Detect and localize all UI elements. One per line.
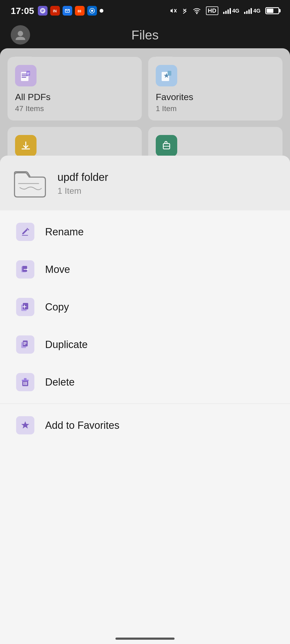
signal1-icon: 4G [223, 8, 240, 14]
svg-rect-29 [22, 380, 29, 381]
header: Files [0, 21, 290, 48]
bottom-sheet: updf folder 1 Item Rename [0, 156, 290, 644]
battery-icon [265, 7, 279, 14]
delete-icon [16, 373, 34, 391]
wifi-icon [193, 7, 201, 14]
page-title: Files [131, 28, 158, 42]
svg-point-5 [91, 10, 93, 12]
home-indicator [115, 638, 175, 640]
sheet-folder-count: 1 Item [57, 186, 108, 196]
star-icon [16, 416, 34, 434]
svg-marker-34 [21, 421, 29, 429]
move-label: Move [45, 264, 70, 275]
svg-rect-14 [168, 71, 171, 76]
menu-item-duplicate[interactable]: Duplicate [0, 326, 290, 363]
svg-rect-22 [23, 303, 28, 309]
mute-icon [169, 7, 177, 14]
app-icon-1 [38, 6, 48, 16]
duplicate-label: Duplicate [45, 339, 88, 350]
app-icon-4: 88 [75, 6, 85, 16]
svg-point-8 [196, 13, 197, 14]
svg-point-9 [18, 31, 23, 36]
folder-icon-allpdfs [15, 65, 37, 86]
menu-item-copy[interactable]: Copy [0, 288, 290, 326]
menu-item-move[interactable]: Move [0, 251, 290, 288]
folder-icon-downloads [15, 135, 37, 156]
folder-count-favorites: 1 Item [156, 104, 275, 113]
sheet-folder-svg [12, 167, 47, 200]
notification-dot [100, 9, 103, 13]
folder-count-allpdfs: 47 Items [15, 104, 134, 113]
folder-card-favorites[interactable]: Favorites 1 Item [148, 57, 282, 120]
add-favorites-label: Add to Favorites [45, 420, 119, 431]
menu-item-delete[interactable]: Delete [0, 363, 290, 401]
app-icon-5 [87, 6, 97, 16]
app-icon-2: IN [50, 6, 60, 16]
folder-card-allpdfs[interactable]: All PDFs 47 Items [8, 57, 142, 120]
sheet-folder-header: updf folder 1 Item [0, 156, 290, 210]
folder-name-favorites: Favorites [156, 92, 275, 102]
rename-label: Rename [45, 226, 84, 238]
svg-rect-30 [24, 378, 27, 380]
menu-item-add-favorites[interactable]: Add to Favorites [0, 407, 290, 444]
home-indicator-area [0, 447, 290, 463]
rename-icon [16, 223, 34, 241]
signal2-icon: 4G [244, 8, 260, 14]
hd-badge: HD [206, 6, 218, 15]
delete-label: Delete [45, 376, 75, 388]
bluetooth-icon [182, 7, 188, 14]
svg-text:IN: IN [53, 9, 57, 13]
status-right: HD 4G 4G [169, 6, 279, 15]
status-bar: 17:05 IN 88 [0, 0, 290, 21]
svg-text:88: 88 [78, 9, 81, 13]
folder-icon-favorites [156, 65, 177, 86]
menu-item-rename[interactable]: Rename [0, 213, 290, 251]
app-icon-3 [63, 6, 72, 16]
folder-icon-work [156, 135, 177, 156]
move-icon [16, 260, 34, 279]
duplicate-icon [16, 335, 34, 354]
sheet-folder-info: updf folder 1 Item [57, 171, 108, 196]
status-left: 17:05 IN 88 [11, 6, 103, 16]
copy-label: Copy [45, 301, 69, 313]
menu-list: Rename Move Cop [0, 210, 290, 447]
copy-icon [16, 298, 34, 316]
sheet-folder-name: updf folder [57, 171, 108, 183]
svg-rect-19 [22, 266, 27, 272]
folder-name-allpdfs: All PDFs [15, 92, 134, 102]
menu-divider [0, 404, 290, 404]
status-time: 17:05 [11, 6, 34, 16]
avatar[interactable] [11, 25, 30, 45]
